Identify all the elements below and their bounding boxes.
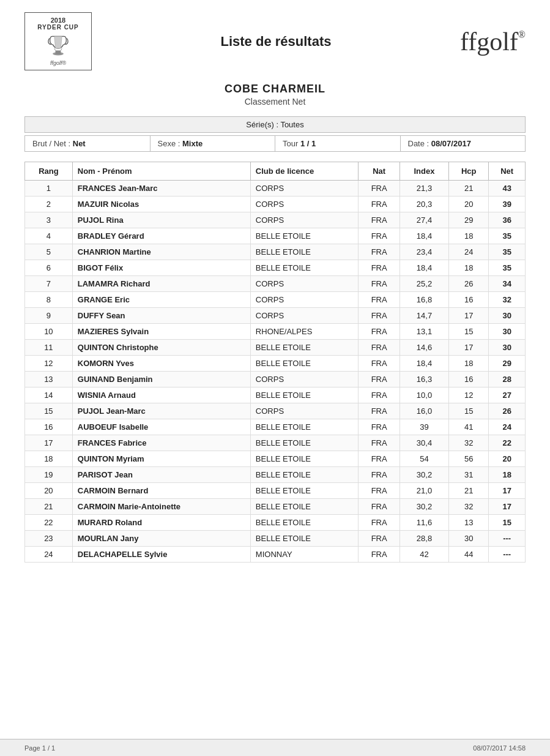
cell-4-row-21: 11,6 bbox=[399, 515, 448, 531]
table-row: 16AUBOEUF IsabelleBELLE ETOILEFRA394124 bbox=[25, 419, 526, 435]
col-nom: Nom - Prénom bbox=[72, 162, 250, 181]
col-nat: Nat bbox=[359, 162, 400, 181]
cell-1-row-9: MAZIERES Sylvain bbox=[72, 324, 250, 340]
cell-1-row-21: MURARD Roland bbox=[72, 515, 250, 531]
table-row: 4BRADLEY GérardBELLE ETOILEFRA18,41835 bbox=[25, 228, 526, 244]
cell-5-row-19: 21 bbox=[449, 483, 489, 499]
cell-1-row-2: PUJOL Rina bbox=[72, 212, 250, 228]
cell-0-row-12: 13 bbox=[25, 372, 73, 387]
registered-mark: ® bbox=[518, 29, 526, 40]
sexe-cell: Sexe : Mixte bbox=[151, 136, 276, 151]
cell-0-row-11: 12 bbox=[25, 356, 73, 372]
table-row: 5CHANRION MartineBELLE ETOILEFRA23,42435 bbox=[25, 244, 526, 260]
table-row: 8GRANGE EricCORPSFRA16,81632 bbox=[25, 292, 526, 308]
series-label: Série(s) : Toutes bbox=[246, 120, 303, 129]
cell-1-row-19: CARMOIN Bernard bbox=[72, 483, 250, 499]
table-row: 12KOMORN YvesBELLE ETOILEFRA18,41829 bbox=[25, 356, 526, 372]
cell-4-row-0: 21,3 bbox=[399, 181, 448, 196]
cell-6-row-17: 20 bbox=[489, 451, 526, 467]
cell-1-row-18: PARISOT Jean bbox=[72, 467, 250, 483]
ffgolf-small-label: ffgolf® bbox=[31, 60, 85, 66]
cell-5-row-2: 29 bbox=[449, 212, 489, 228]
cell-3-row-3: FRA bbox=[359, 228, 400, 244]
cell-2-row-6: CORPS bbox=[250, 276, 359, 292]
cell-4-row-16: 30,4 bbox=[399, 435, 448, 451]
cell-2-row-2: CORPS bbox=[250, 212, 359, 228]
cell-4-row-5: 18,4 bbox=[399, 260, 448, 276]
cell-6-row-15: 24 bbox=[489, 419, 526, 435]
cell-2-row-7: CORPS bbox=[250, 292, 359, 308]
cell-0-row-3: 4 bbox=[25, 228, 73, 244]
cell-0-row-5: 6 bbox=[25, 260, 73, 276]
cell-4-row-6: 25,2 bbox=[399, 276, 448, 292]
cell-5-row-20: 32 bbox=[449, 499, 489, 515]
cell-0-row-10: 11 bbox=[25, 340, 73, 356]
table-row: 21CARMOIN Marie-AntoinetteBELLE ETOILEFR… bbox=[25, 499, 526, 515]
cell-6-row-2: 36 bbox=[489, 212, 526, 228]
table-row: 23MOURLAN JanyBELLE ETOILEFRA28,830--- bbox=[25, 531, 526, 547]
cell-2-row-19: BELLE ETOILE bbox=[250, 483, 359, 499]
cell-6-row-0: 43 bbox=[489, 181, 526, 196]
cell-3-row-19: FRA bbox=[359, 483, 400, 499]
page-header: 2018 RYDER CUP ffgolf® Liste de résultat… bbox=[24, 12, 526, 70]
cell-6-row-21: 15 bbox=[489, 515, 526, 531]
cell-4-row-7: 16,8 bbox=[399, 292, 448, 308]
table-row: 22MURARD RolandBELLE ETOILEFRA11,61315 bbox=[25, 515, 526, 531]
cell-3-row-18: FRA bbox=[359, 467, 400, 483]
cell-0-row-13: 14 bbox=[25, 387, 73, 403]
cell-1-row-3: BRADLEY Gérard bbox=[72, 228, 250, 244]
cell-5-row-11: 18 bbox=[449, 356, 489, 372]
table-row: 2MAZUIR NicolasCORPSFRA20,32039 bbox=[25, 196, 526, 212]
cell-2-row-11: BELLE ETOILE bbox=[250, 356, 359, 372]
cell-2-row-4: BELLE ETOILE bbox=[250, 244, 359, 260]
cell-6-row-19: 17 bbox=[489, 483, 526, 499]
cell-3-row-1: FRA bbox=[359, 196, 400, 212]
cell-5-row-3: 18 bbox=[449, 228, 489, 244]
table-row: 18QUINTON MyriamBELLE ETOILEFRA545620 bbox=[25, 451, 526, 467]
cell-6-row-13: 27 bbox=[489, 387, 526, 403]
cell-5-row-0: 21 bbox=[449, 181, 489, 196]
cell-2-row-20: BELLE ETOILE bbox=[250, 499, 359, 515]
cell-5-row-21: 13 bbox=[449, 515, 489, 531]
cell-2-row-21: BELLE ETOILE bbox=[250, 515, 359, 531]
table-row: 3PUJOL RinaCORPSFRA27,42936 bbox=[25, 212, 526, 228]
cell-0-row-17: 18 bbox=[25, 451, 73, 467]
table-row: 14WISNIA ArnaudBELLE ETOILEFRA10,01227 bbox=[25, 387, 526, 403]
cell-5-row-22: 30 bbox=[449, 531, 489, 547]
cell-0-row-9: 10 bbox=[25, 324, 73, 340]
table-row: 6BIGOT FélixBELLE ETOILEFRA18,41835 bbox=[25, 260, 526, 276]
brut-net-cell: Brut / Net : Net bbox=[25, 136, 151, 151]
cell-0-row-22: 23 bbox=[25, 531, 73, 547]
cell-1-row-16: FRANCES Fabrice bbox=[72, 435, 250, 451]
cell-1-row-0: FRANCES Jean-Marc bbox=[72, 181, 250, 196]
cell-4-row-3: 18,4 bbox=[399, 228, 448, 244]
cell-0-row-1: 2 bbox=[25, 196, 73, 212]
cell-4-row-4: 23,4 bbox=[399, 244, 448, 260]
cell-0-row-7: 8 bbox=[25, 292, 73, 308]
cell-0-row-18: 19 bbox=[25, 467, 73, 483]
cell-0-row-4: 5 bbox=[25, 244, 73, 260]
tour-cell: Tour 1 / 1 bbox=[275, 136, 401, 151]
cell-3-row-11: FRA bbox=[359, 356, 400, 372]
cell-5-row-23: 44 bbox=[449, 547, 489, 563]
cell-1-row-4: CHANRION Martine bbox=[72, 244, 250, 260]
ffgolf-brand-logo: ffgolf® bbox=[460, 27, 526, 56]
cell-0-row-23: 24 bbox=[25, 547, 73, 563]
cell-3-row-9: FRA bbox=[359, 324, 400, 340]
cell-1-row-23: DELACHAPELLE Sylvie bbox=[72, 547, 250, 563]
ryder-cup-logo: 2018 RYDER CUP ffgolf® bbox=[24, 12, 92, 70]
cell-4-row-17: 54 bbox=[399, 451, 448, 467]
table-row: 7LAMAMRA RichardCORPSFRA25,22634 bbox=[25, 276, 526, 292]
cell-4-row-19: 21,0 bbox=[399, 483, 448, 499]
cell-3-row-2: FRA bbox=[359, 212, 400, 228]
cell-5-row-16: 32 bbox=[449, 435, 489, 451]
cell-6-row-23: --- bbox=[489, 547, 526, 563]
cell-6-row-12: 28 bbox=[489, 372, 526, 387]
cell-4-row-22: 28,8 bbox=[399, 531, 448, 547]
cell-3-row-6: FRA bbox=[359, 276, 400, 292]
cell-4-row-9: 13,1 bbox=[399, 324, 448, 340]
date-cell: Date : 08/07/2017 bbox=[401, 136, 526, 151]
cell-2-row-16: BELLE ETOILE bbox=[250, 435, 359, 451]
cell-5-row-5: 18 bbox=[449, 260, 489, 276]
cell-1-row-22: MOURLAN Jany bbox=[72, 531, 250, 547]
